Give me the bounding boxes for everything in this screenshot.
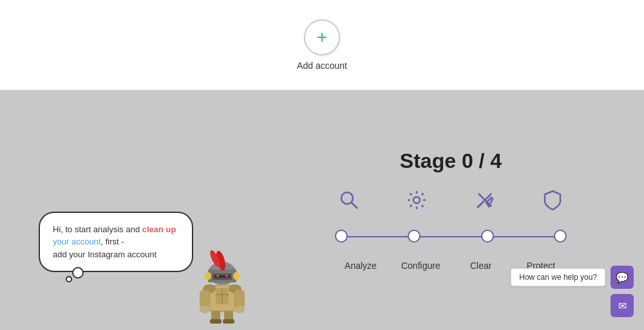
speech-bubble: Hi, to start analysis and clean up your … [39, 212, 193, 273]
svg-point-28 [413, 197, 420, 203]
speech-highlight-clean: clean up [142, 225, 176, 234]
svg-point-26 [341, 192, 353, 204]
step-circle-analyze [335, 230, 348, 243]
svg-point-10 [234, 306, 245, 313]
knight-character [193, 246, 251, 317]
add-account-button[interactable]: + [304, 19, 340, 55]
speech-text-1: Hi, to start analysis and [53, 225, 142, 234]
bubble-tail-large [72, 267, 84, 279]
email-icon: ✉ [618, 300, 627, 312]
svg-rect-14 [223, 319, 234, 324]
step-circle-configure [408, 230, 421, 243]
step-circle-protect [554, 230, 567, 243]
analyze-icon [335, 186, 363, 214]
steps-circles-row [335, 230, 567, 243]
svg-rect-8 [234, 290, 245, 308]
help-chat-text: How can we help you? [511, 268, 605, 286]
clear-icon [471, 186, 499, 214]
step-label-configure: Configure [395, 261, 446, 271]
character-area: Hi, to start analysis and clean up your … [26, 212, 251, 318]
stage-title: Stage 0 / 4 [400, 149, 502, 173]
plus-icon: + [317, 28, 327, 46]
speech-highlight-your: your account [53, 237, 100, 246]
stage-container: Stage 0 / 4 [335, 149, 567, 271]
svg-point-9 [200, 306, 210, 313]
chat-icon: 💬 [616, 271, 629, 284]
svg-rect-13 [210, 319, 222, 324]
svg-line-27 [352, 203, 357, 208]
configure-icon [402, 186, 431, 214]
svg-point-25 [225, 275, 228, 277]
step-label-clear: Clear [455, 261, 507, 271]
steps-icons-row [335, 186, 567, 214]
step-label-analyze: Analyze [335, 261, 386, 271]
bottom-section: Hi, to start analysis and clean up your … [0, 90, 644, 330]
step-circle-clear [481, 230, 494, 243]
svg-rect-7 [200, 290, 210, 308]
svg-line-31 [477, 201, 484, 208]
help-chat-button[interactable]: 💬 [611, 266, 634, 289]
help-chat-row: How can we help you? 💬 [511, 266, 634, 289]
speech-bubble-tail [66, 267, 84, 282]
help-buttons: How can we help you? 💬 ✉ [511, 266, 634, 317]
svg-point-24 [216, 275, 219, 277]
add-account-label: Add account [297, 60, 347, 71]
svg-point-23 [233, 272, 240, 280]
bubble-tail-small [66, 276, 72, 282]
svg-point-22 [205, 272, 211, 280]
top-section: + Add account [0, 0, 644, 90]
protect-icon [538, 186, 567, 214]
help-email-button[interactable]: ✉ [611, 294, 634, 317]
